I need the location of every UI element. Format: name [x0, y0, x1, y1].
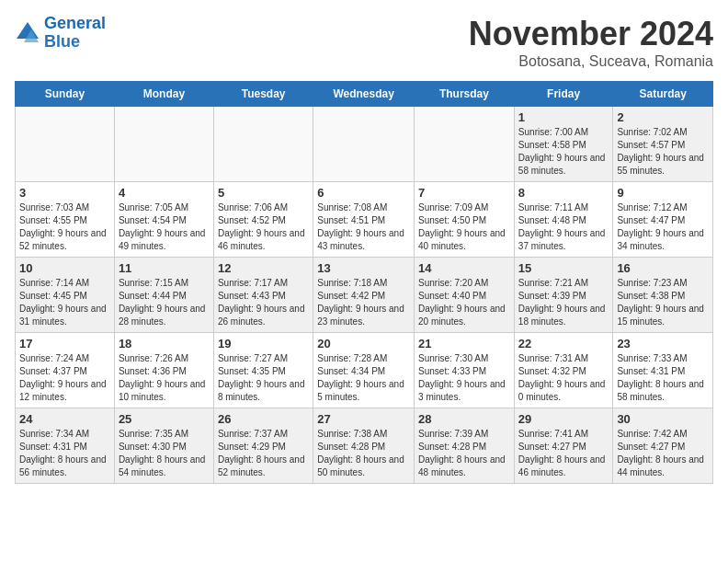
day-info: Sunrise: 7:26 AM Sunset: 4:36 PM Dayligh… — [119, 352, 210, 404]
calendar-cell: 25Sunrise: 7:35 AM Sunset: 4:30 PM Dayli… — [114, 408, 213, 484]
calendar-week-row: 17Sunrise: 7:24 AM Sunset: 4:37 PM Dayli… — [16, 333, 713, 408]
day-info: Sunrise: 7:35 AM Sunset: 4:30 PM Dayligh… — [119, 428, 210, 479]
calendar-cell: 10Sunrise: 7:14 AM Sunset: 4:45 PM Dayli… — [16, 258, 115, 333]
day-number: 26 — [218, 412, 309, 426]
calendar-cell: 14Sunrise: 7:20 AM Sunset: 4:40 PM Dayli… — [415, 258, 515, 333]
day-number: 13 — [317, 261, 410, 275]
day-number: 21 — [418, 337, 510, 350]
day-info: Sunrise: 7:08 AM Sunset: 4:51 PM Dayligh… — [317, 201, 410, 253]
calendar-cell: 21Sunrise: 7:30 AM Sunset: 4:33 PM Dayli… — [415, 333, 515, 408]
day-number: 29 — [518, 412, 609, 426]
day-info: Sunrise: 7:28 AM Sunset: 4:34 PM Dayligh… — [317, 352, 410, 404]
day-number: 17 — [19, 337, 110, 350]
day-of-week-header: Monday — [114, 82, 213, 107]
calendar-cell: 24Sunrise: 7:34 AM Sunset: 4:31 PM Dayli… — [16, 408, 115, 484]
day-info: Sunrise: 7:15 AM Sunset: 4:44 PM Dayligh… — [119, 277, 210, 328]
day-number: 1 — [518, 110, 609, 124]
day-info: Sunrise: 7:20 AM Sunset: 4:40 PM Dayligh… — [418, 277, 510, 328]
calendar-cell: 16Sunrise: 7:23 AM Sunset: 4:38 PM Dayli… — [613, 258, 713, 333]
day-number: 2 — [617, 110, 709, 124]
day-number: 3 — [19, 186, 110, 200]
day-info: Sunrise: 7:38 AM Sunset: 4:28 PM Dayligh… — [317, 428, 410, 479]
calendar-cell: 19Sunrise: 7:27 AM Sunset: 4:35 PM Dayli… — [213, 333, 313, 408]
calendar-cell: 6Sunrise: 7:08 AM Sunset: 4:51 PM Daylig… — [313, 182, 415, 258]
day-info: Sunrise: 7:02 AM Sunset: 4:57 PM Dayligh… — [617, 126, 709, 178]
calendar-cell — [415, 107, 515, 182]
calendar-cell: 2Sunrise: 7:02 AM Sunset: 4:57 PM Daylig… — [613, 107, 713, 182]
day-number: 12 — [218, 261, 309, 275]
calendar-week-row: 24Sunrise: 7:34 AM Sunset: 4:31 PM Dayli… — [16, 408, 713, 484]
month-title: November 2024 — [469, 15, 713, 53]
day-info: Sunrise: 7:24 AM Sunset: 4:37 PM Dayligh… — [19, 352, 110, 404]
day-info: Sunrise: 7:39 AM Sunset: 4:28 PM Dayligh… — [418, 428, 510, 479]
day-info: Sunrise: 7:23 AM Sunset: 4:38 PM Dayligh… — [617, 277, 709, 328]
day-number: 8 — [518, 186, 609, 200]
day-of-week-header: Tuesday — [213, 82, 313, 107]
day-number: 14 — [418, 261, 510, 275]
calendar-cell: 26Sunrise: 7:37 AM Sunset: 4:29 PM Dayli… — [213, 408, 313, 484]
logo: General Blue — [15, 15, 106, 52]
day-info: Sunrise: 7:06 AM Sunset: 4:52 PM Dayligh… — [218, 201, 309, 253]
calendar-cell — [114, 107, 213, 182]
calendar-cell: 15Sunrise: 7:21 AM Sunset: 4:39 PM Dayli… — [514, 258, 613, 333]
calendar-table: SundayMondayTuesdayWednesdayThursdayFrid… — [15, 81, 713, 484]
day-info: Sunrise: 7:27 AM Sunset: 4:35 PM Dayligh… — [218, 352, 309, 404]
calendar-cell: 4Sunrise: 7:05 AM Sunset: 4:54 PM Daylig… — [114, 182, 213, 258]
calendar-cell — [16, 107, 115, 182]
day-info: Sunrise: 7:30 AM Sunset: 4:33 PM Dayligh… — [418, 352, 510, 404]
calendar-cell: 28Sunrise: 7:39 AM Sunset: 4:28 PM Dayli… — [415, 408, 515, 484]
day-number: 18 — [119, 337, 210, 350]
calendar-cell: 20Sunrise: 7:28 AM Sunset: 4:34 PM Dayli… — [313, 333, 415, 408]
title-area: November 2024 Botosana, Suceava, Romania — [469, 15, 713, 70]
calendar-cell: 30Sunrise: 7:42 AM Sunset: 4:27 PM Dayli… — [613, 408, 713, 484]
day-number: 20 — [317, 337, 410, 350]
calendar-week-row: 1Sunrise: 7:00 AM Sunset: 4:58 PM Daylig… — [16, 107, 713, 182]
calendar-cell: 9Sunrise: 7:12 AM Sunset: 4:47 PM Daylig… — [613, 182, 713, 258]
day-info: Sunrise: 7:09 AM Sunset: 4:50 PM Dayligh… — [418, 201, 510, 253]
calendar-cell — [213, 107, 313, 182]
day-info: Sunrise: 7:31 AM Sunset: 4:32 PM Dayligh… — [518, 352, 609, 404]
header: General Blue November 2024 Botosana, Suc… — [15, 15, 713, 70]
day-number: 28 — [418, 412, 510, 426]
day-number: 5 — [218, 186, 309, 200]
day-info: Sunrise: 7:42 AM Sunset: 4:27 PM Dayligh… — [617, 428, 709, 479]
day-info: Sunrise: 7:14 AM Sunset: 4:45 PM Dayligh… — [19, 277, 110, 328]
calendar-cell: 17Sunrise: 7:24 AM Sunset: 4:37 PM Dayli… — [16, 333, 115, 408]
day-number: 16 — [617, 261, 709, 275]
day-info: Sunrise: 7:21 AM Sunset: 4:39 PM Dayligh… — [518, 277, 609, 328]
day-info: Sunrise: 7:37 AM Sunset: 4:29 PM Dayligh… — [218, 428, 309, 479]
calendar-body: 1Sunrise: 7:00 AM Sunset: 4:58 PM Daylig… — [16, 107, 713, 484]
calendar-cell: 7Sunrise: 7:09 AM Sunset: 4:50 PM Daylig… — [415, 182, 515, 258]
calendar-cell: 18Sunrise: 7:26 AM Sunset: 4:36 PM Dayli… — [114, 333, 213, 408]
calendar-cell: 5Sunrise: 7:06 AM Sunset: 4:52 PM Daylig… — [213, 182, 313, 258]
day-number: 15 — [518, 261, 609, 275]
calendar-cell: 1Sunrise: 7:00 AM Sunset: 4:58 PM Daylig… — [514, 107, 613, 182]
day-number: 22 — [518, 337, 609, 350]
calendar-cell: 8Sunrise: 7:11 AM Sunset: 4:48 PM Daylig… — [514, 182, 613, 258]
day-info: Sunrise: 7:17 AM Sunset: 4:43 PM Dayligh… — [218, 277, 309, 328]
day-info: Sunrise: 7:34 AM Sunset: 4:31 PM Dayligh… — [19, 428, 110, 479]
day-number: 9 — [617, 186, 709, 200]
day-number: 4 — [119, 186, 210, 200]
calendar-cell: 22Sunrise: 7:31 AM Sunset: 4:32 PM Dayli… — [514, 333, 613, 408]
day-number: 24 — [19, 412, 110, 426]
calendar-cell: 12Sunrise: 7:17 AM Sunset: 4:43 PM Dayli… — [213, 258, 313, 333]
calendar-header-row: SundayMondayTuesdayWednesdayThursdayFrid… — [16, 82, 713, 107]
day-number: 27 — [317, 412, 410, 426]
day-of-week-header: Friday — [514, 82, 613, 107]
day-info: Sunrise: 7:03 AM Sunset: 4:55 PM Dayligh… — [19, 201, 110, 253]
day-number: 11 — [119, 261, 210, 275]
day-info: Sunrise: 7:33 AM Sunset: 4:31 PM Dayligh… — [617, 352, 709, 404]
calendar-week-row: 10Sunrise: 7:14 AM Sunset: 4:45 PM Dayli… — [16, 258, 713, 333]
day-number: 23 — [617, 337, 709, 350]
calendar-week-row: 3Sunrise: 7:03 AM Sunset: 4:55 PM Daylig… — [16, 182, 713, 258]
calendar-cell: 27Sunrise: 7:38 AM Sunset: 4:28 PM Dayli… — [313, 408, 415, 484]
calendar-cell — [313, 107, 415, 182]
day-of-week-header: Thursday — [415, 82, 515, 107]
calendar-cell: 3Sunrise: 7:03 AM Sunset: 4:55 PM Daylig… — [16, 182, 115, 258]
subtitle: Botosana, Suceava, Romania — [469, 53, 713, 70]
day-number: 25 — [119, 412, 210, 426]
day-number: 6 — [317, 186, 410, 200]
day-info: Sunrise: 7:41 AM Sunset: 4:27 PM Dayligh… — [518, 428, 609, 479]
day-info: Sunrise: 7:11 AM Sunset: 4:48 PM Dayligh… — [518, 201, 609, 253]
